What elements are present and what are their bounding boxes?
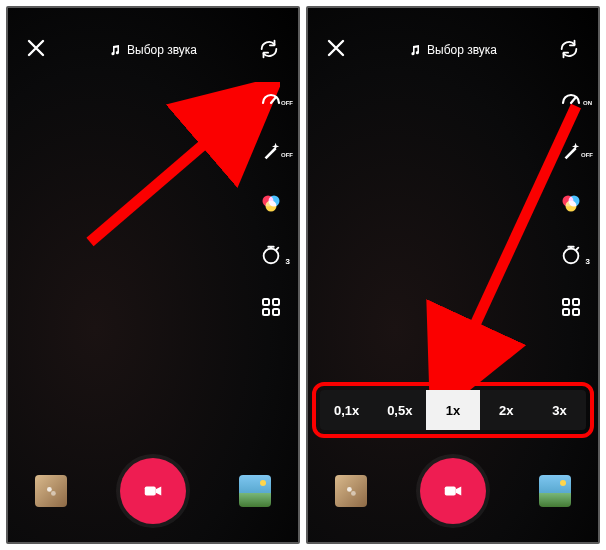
close-icon	[26, 38, 46, 58]
top-bar: Выбор звука	[308, 36, 598, 64]
phone-right: Выбор звука ON	[306, 6, 600, 544]
video-camera-icon	[142, 480, 164, 502]
filters-button[interactable]	[558, 190, 584, 216]
sound-label: Выбор звука	[127, 43, 197, 57]
phone-left: Выбор звука OFF	[6, 6, 300, 544]
beauty-sub: OFF	[581, 152, 593, 158]
beauty-button[interactable]: OFF	[558, 138, 584, 164]
video-camera-icon	[442, 480, 464, 502]
music-note-icon	[109, 44, 121, 56]
close-button[interactable]	[326, 38, 346, 58]
svg-rect-5	[273, 299, 279, 305]
speed-button[interactable]: ON	[558, 86, 584, 112]
more-tools-button[interactable]	[258, 294, 284, 320]
music-note-icon	[409, 44, 421, 56]
wand-icon	[560, 140, 582, 162]
speed-option[interactable]: 0,1x	[320, 390, 373, 430]
svg-rect-6	[263, 309, 269, 315]
svg-point-15	[564, 249, 579, 264]
timer-sub: 3	[586, 257, 590, 266]
beauty-sub: OFF	[281, 152, 293, 158]
filters-icon	[259, 191, 283, 215]
svg-rect-7	[273, 309, 279, 315]
sound-select[interactable]: Выбор звука	[109, 43, 197, 57]
side-toolbar: OFF OFF 3	[258, 86, 284, 320]
flip-camera-button[interactable]	[558, 38, 580, 60]
svg-point-9	[47, 487, 52, 492]
sound-select[interactable]: Выбор звука	[409, 43, 497, 57]
svg-rect-19	[573, 309, 579, 315]
speedometer-icon	[559, 87, 583, 111]
bottom-bar	[308, 458, 598, 524]
comparison-wrap: Выбор звука OFF	[0, 0, 606, 550]
speedometer-icon	[259, 87, 283, 111]
sound-label: Выбор звука	[427, 43, 497, 57]
svg-rect-17	[573, 299, 579, 305]
timer-icon	[560, 244, 582, 266]
speed-option[interactable]: 0,5x	[373, 390, 426, 430]
effects-icon	[343, 483, 359, 499]
speed-bar: 0,1x0,5x1x2x3x	[320, 390, 586, 430]
upload-button[interactable]	[239, 475, 271, 507]
timer-button[interactable]: 3	[558, 242, 584, 268]
speed-option[interactable]: 3x	[533, 390, 586, 430]
flip-icon	[558, 38, 580, 60]
filters-icon	[559, 191, 583, 215]
speed-sub: ON	[583, 100, 592, 106]
effects-button[interactable]	[335, 475, 367, 507]
grid-icon	[561, 297, 581, 317]
flip-icon	[258, 38, 280, 60]
record-button[interactable]	[420, 458, 486, 524]
svg-point-21	[347, 487, 352, 492]
filters-button[interactable]	[258, 190, 284, 216]
svg-point-3	[264, 249, 279, 264]
svg-rect-11	[145, 486, 156, 495]
speed-button[interactable]: OFF	[258, 86, 284, 112]
effects-icon	[43, 483, 59, 499]
wand-icon	[260, 140, 282, 162]
svg-rect-16	[563, 299, 569, 305]
grid-icon	[261, 297, 281, 317]
flip-camera-button[interactable]	[258, 38, 280, 60]
speed-option[interactable]: 1x	[426, 390, 479, 430]
upload-button[interactable]	[539, 475, 571, 507]
svg-point-2	[266, 201, 277, 212]
timer-icon	[260, 244, 282, 266]
top-bar: Выбор звука	[8, 36, 298, 64]
close-button[interactable]	[26, 38, 46, 58]
more-tools-button[interactable]	[558, 294, 584, 320]
close-icon	[326, 38, 346, 58]
speed-option[interactable]: 2x	[480, 390, 533, 430]
svg-point-14	[566, 201, 577, 212]
effects-button[interactable]	[35, 475, 67, 507]
svg-rect-4	[263, 299, 269, 305]
timer-button[interactable]: 3	[258, 242, 284, 268]
svg-point-22	[351, 491, 356, 496]
record-button[interactable]	[120, 458, 186, 524]
timer-sub: 3	[286, 257, 290, 266]
svg-point-10	[51, 491, 56, 496]
bottom-bar	[8, 458, 298, 524]
side-toolbar: ON OFF 3	[558, 86, 584, 320]
beauty-button[interactable]: OFF	[258, 138, 284, 164]
svg-rect-18	[563, 309, 569, 315]
svg-rect-23	[445, 486, 456, 495]
speed-sub: OFF	[281, 100, 293, 106]
